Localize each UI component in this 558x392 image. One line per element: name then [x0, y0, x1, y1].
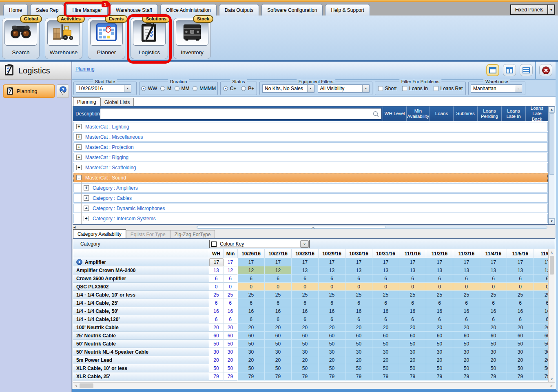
colour-key-checkbox-icon[interactable]	[211, 241, 217, 247]
scroll-down-arrow-icon[interactable]: ▼	[549, 218, 555, 224]
tab-software-configuration[interactable]: Software Configuration	[261, 4, 323, 16]
planning-help-button[interactable]: ?	[57, 84, 69, 98]
availability-vscroll-thumb[interactable]	[550, 256, 554, 275]
splitter-collapse-arrow-icon[interactable]: ︿	[312, 225, 315, 230]
min-availability-column-header[interactable]: Min Availability	[406, 106, 430, 121]
tree-horizontal-scrollbar[interactable]	[197, 226, 547, 229]
subhires-column-header[interactable]: Subhires	[453, 106, 477, 121]
collapse-sidebar-arrow-icon[interactable]: ◄	[73, 225, 76, 229]
close-panel-button[interactable]	[539, 64, 552, 76]
short-checkbox[interactable]: Short	[378, 86, 397, 91]
loans-column-header[interactable]: Loans	[430, 106, 453, 121]
scroll-down-chevron-icon[interactable]: ∨	[549, 376, 555, 382]
date-column-header[interactable]: 10/26/16	[238, 249, 265, 258]
date-column-header[interactable]: 10/30/16	[345, 249, 372, 258]
tab-eqlists-for-type[interactable]: Eqlists For Type	[126, 230, 170, 238]
status-c-radio[interactable]: C+	[223, 86, 237, 91]
date-column-header[interactable]: 11/3/16	[453, 249, 480, 258]
tab-global-lists[interactable]: Global Lists	[100, 98, 134, 106]
availability-row[interactable]: 1/4 - 1/4 Cable, 50'16161616161616161616…	[73, 307, 548, 315]
tree-row[interactable]: +MasterCat : Lighting	[73, 122, 548, 131]
availability-row[interactable]: QSC PLX360200000000000000	[73, 283, 548, 291]
wh-column-header[interactable]: WH	[209, 249, 224, 258]
availability-row[interactable]: 1/4 - 1/4 Cable, 10' or less252525252525…	[73, 291, 548, 299]
tree-row[interactable]: +Category : Intercom Systems	[73, 214, 548, 223]
expand-icon[interactable]: +	[76, 155, 82, 160]
availability-row[interactable]: 1/4 - 1/4 Cable, 25'66666666666666	[73, 299, 548, 307]
tab-home[interactable]: Home	[3, 4, 28, 16]
date-column-header[interactable]: 10/31/16	[372, 249, 399, 258]
date-column-header[interactable]: 10/27/16	[265, 249, 292, 258]
tree-vertical-scrollbar[interactable]: ▲ ▼	[548, 106, 555, 224]
tab-help-support[interactable]: Help & Support	[325, 4, 370, 16]
date-column-header[interactable]: 11/1/16	[399, 249, 426, 258]
logistics-button[interactable]: Logistics	[131, 18, 168, 59]
description-search-input[interactable]	[100, 109, 381, 119]
horizontal-splitter[interactable]: ◄ ︿	[72, 225, 556, 229]
date-column-header[interactable]: 11/5/16	[507, 249, 534, 258]
loans-in-checkbox[interactable]: Loans In	[402, 86, 428, 91]
loans-pending-column-header[interactable]: Loans Pending	[477, 106, 501, 121]
tree-horizontal-scrollbar-thumb[interactable]	[197, 226, 386, 228]
availability-row[interactable]: XLR Cable, 25'79797979797979797979797979…	[73, 372, 548, 381]
tree-row[interactable]: -MasterCat : Sound	[73, 173, 548, 182]
warehouse-combo[interactable]: Manhattan ⌄	[471, 84, 522, 93]
availability-row[interactable]: Crown 3600 Amplifier66666666666666	[73, 275, 548, 283]
duration-mm-radio[interactable]: MM	[175, 86, 190, 91]
availability-row[interactable]: Amplifier Crown MA-240013121212131313131…	[73, 266, 548, 275]
search-button[interactable]: Search	[2, 18, 40, 59]
availability-row[interactable]: 50' Neutrik NL-4 Speaker Cable3030303030…	[73, 348, 548, 356]
tab-warehouse-staff[interactable]: Warehouse Staff	[110, 4, 158, 16]
availability-row[interactable]: 100' Neutrik Cable2020202020202020202020…	[73, 323, 548, 332]
fixed-panels-button[interactable]: Fixed Panels ▼	[510, 4, 555, 15]
min-column-header[interactable]: Min	[224, 249, 238, 258]
fixed-panels-dropdown-arrow-icon[interactable]: ▼	[547, 5, 554, 14]
loans-late-back-column-header[interactable]: Loans Late Back	[525, 106, 548, 121]
expand-icon[interactable]: +	[76, 165, 82, 170]
availability-row[interactable]: 1/4 - 1/4 Cable,120'66666666666666	[73, 315, 548, 323]
tree-row[interactable]: +Category : Cables	[73, 193, 548, 203]
sidebar-item-planning[interactable]: Planning	[3, 84, 55, 98]
tree-row[interactable]: +Category : Amplifiers	[73, 183, 548, 193]
availability-row[interactable]: Amplifier1717171717171717171717171717	[73, 258, 548, 266]
tree-row[interactable]: +MasterCat : Projection	[73, 142, 548, 152]
layout-split-vertical-button[interactable]	[503, 64, 516, 76]
loans-ret-checkbox[interactable]: Loans Ret	[434, 86, 463, 91]
tree-row[interactable]: +Category : Dynamic Microphones	[73, 204, 548, 213]
tree-row[interactable]: +MasterCat : Rigging	[73, 153, 548, 162]
scroll-right-chevron-icon[interactable]: >	[548, 384, 555, 388]
tab-zig-zag-fortype[interactable]: Zig-Zag ForType	[170, 230, 215, 238]
colour-key-dropdown-arrow-icon[interactable]: ∨	[300, 240, 309, 248]
colour-key-dropdown[interactable]: Colour Key ∨	[209, 240, 310, 248]
date-column-header[interactable]: 11/4/16	[480, 249, 507, 258]
dropdown-arrow-icon[interactable]: ▼	[362, 85, 369, 92]
date-column-header[interactable]: 10/29/16	[319, 249, 345, 258]
duration-ww-radio[interactable]: WW	[141, 86, 157, 91]
planner-button[interactable]: Planner	[88, 18, 125, 59]
expand-icon[interactable]: +	[76, 134, 82, 140]
expand-icon[interactable]: +	[84, 185, 89, 190]
expand-icon[interactable]: +	[84, 195, 89, 201]
expand-icon[interactable]: +	[84, 216, 89, 221]
availability-hscroll-thumb[interactable]	[80, 383, 93, 388]
description-search-box[interactable]	[100, 108, 382, 120]
tree-row[interactable]: +MasterCat : Miscellaneous	[73, 132, 548, 142]
duration-mmmm-radio[interactable]: MMMM	[193, 86, 216, 91]
kits-filter-combo[interactable]: No Kits, No Sales ▼	[262, 84, 314, 93]
date-column-header[interactable]: 10/28/16	[292, 249, 319, 258]
tree-row[interactable]: +MasterCat : Scaffolding	[73, 163, 548, 172]
wh-level-column-header[interactable]: WH Level	[383, 106, 406, 121]
availability-row[interactable]: 25' Neutrik Cable60606060606060606060606…	[73, 332, 548, 340]
availability-row[interactable]: XLR Cable, 10' or less505050505050505050…	[73, 364, 548, 372]
tab-data-outputs[interactable]: Data Outputs	[219, 4, 259, 16]
tab-office-administration[interactable]: Office Administration	[160, 4, 217, 16]
loans-late-in-column-header[interactable]: Loans Late In	[501, 106, 525, 121]
date-column-header[interactable]: 11/6/1	[534, 249, 548, 258]
status-p-radio[interactable]: P+	[241, 86, 254, 91]
start-date-combo[interactable]: 10/26/2016 ▼	[76, 84, 131, 93]
expand-icon[interactable]: +	[84, 206, 89, 211]
tree-scrollbar-track[interactable]	[549, 113, 555, 218]
tab-planning[interactable]: Planning	[73, 97, 100, 106]
tab-category-availability[interactable]: Category Availability	[73, 229, 126, 238]
expand-icon[interactable]: +	[76, 144, 82, 150]
